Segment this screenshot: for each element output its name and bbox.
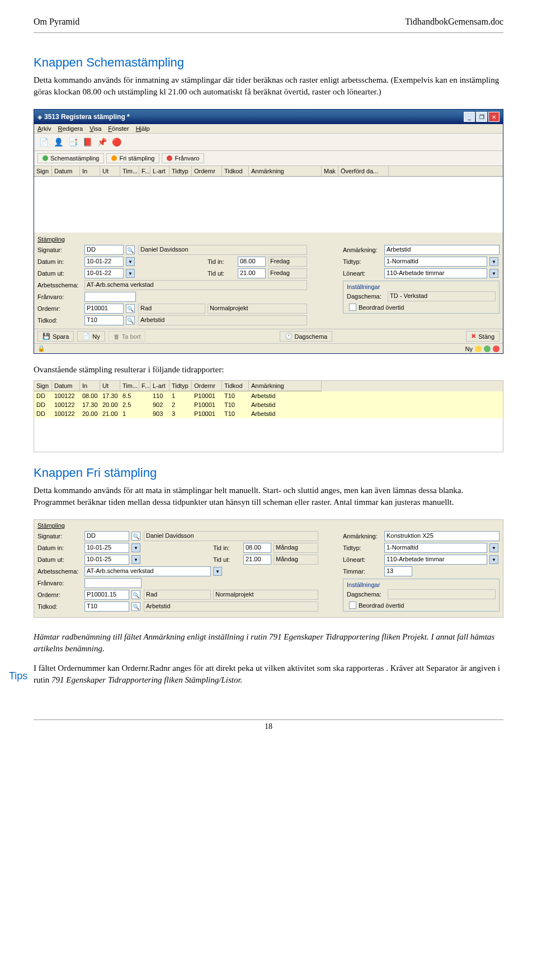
- p2-loneart-input[interactable]: 110-Arbetade timmar: [384, 555, 487, 565]
- p2-tidtyp-input[interactable]: 1-Normaltid: [384, 543, 487, 553]
- minimize-button[interactable]: _: [464, 112, 475, 122]
- schemastampling-button[interactable]: Schemastämpling: [37, 153, 104, 163]
- section2-title: Knappen Fri stämpling: [34, 466, 503, 480]
- menu-arkiv[interactable]: Arkiv: [37, 125, 51, 132]
- table-cell: DD: [34, 400, 52, 409]
- status-red-icon: [493, 345, 500, 352]
- beordrad-checkbox[interactable]: [349, 304, 356, 311]
- p2-franvaro-input[interactable]: [84, 578, 142, 588]
- tidkod-input[interactable]: T10: [84, 315, 124, 325]
- p2-ordernr-input[interactable]: P10001.15: [84, 590, 129, 600]
- datumut-dropdown[interactable]: ▼: [126, 269, 135, 278]
- p2-beordrad-checkbox[interactable]: [349, 602, 356, 609]
- p2-tidut-input[interactable]: 21.00: [243, 555, 271, 565]
- spara-button[interactable]: 💾Spara: [37, 331, 74, 342]
- p2-arbschema-dropdown[interactable]: ▼: [213, 567, 222, 576]
- p2-tidtyp-dropdown[interactable]: ▼: [489, 543, 498, 552]
- loneart-input[interactable]: 110-Arbetade timmar: [384, 268, 487, 278]
- note-text: Hämtar radbenämning till fältet Anmärkni…: [34, 631, 503, 655]
- tidut-input[interactable]: 21.00: [238, 268, 266, 278]
- col-mak[interactable]: Mak: [322, 166, 338, 176]
- table-cell: 100122: [52, 391, 80, 400]
- signatur-input[interactable]: DD: [84, 245, 124, 255]
- grid-body[interactable]: [34, 177, 503, 233]
- tool-record-icon[interactable]: 🔴: [110, 136, 123, 148]
- page-number: 18: [34, 719, 503, 731]
- col-ut[interactable]: Ut: [100, 166, 120, 176]
- p2-loneart-label: Löneart:: [343, 556, 382, 563]
- p2-tidkod-lookup[interactable]: 🔍: [131, 602, 140, 611]
- p2-datumut-label: Datum ut:: [37, 556, 82, 563]
- col-datum[interactable]: Datum: [52, 166, 80, 176]
- col-sign[interactable]: Sign: [34, 166, 52, 176]
- rpt-col-tidtyp: Tidtyp: [169, 381, 192, 391]
- datumut-input[interactable]: 10-01-22: [84, 268, 124, 278]
- p2-timmar-input[interactable]: 13: [384, 566, 412, 576]
- tidtyp-input[interactable]: 1-Normaltid: [384, 257, 487, 267]
- p2-datumut-input[interactable]: 10-01-25: [84, 555, 129, 565]
- table-cell: T10: [222, 409, 249, 418]
- p2-arbschema-input[interactable]: AT-Arb.schema verkstad: [84, 566, 211, 576]
- p2-signatur-lookup[interactable]: 🔍: [131, 532, 140, 541]
- menu-hjalp[interactable]: Hjälp: [136, 125, 150, 132]
- tool-user-icon[interactable]: 👤: [52, 136, 64, 148]
- p2-loneart-dropdown[interactable]: ▼: [489, 555, 498, 564]
- p2-ordernr-lookup[interactable]: 🔍: [131, 590, 140, 599]
- signatur-lookup[interactable]: 🔍: [126, 245, 135, 254]
- dagschema-button[interactable]: 🕐Dagschema: [280, 331, 333, 342]
- tidin-input[interactable]: 08.00: [238, 257, 266, 267]
- table-cell: 110: [150, 391, 169, 400]
- col-in[interactable]: In: [80, 166, 100, 176]
- datumin-input[interactable]: 10-01-22: [84, 257, 124, 267]
- stampling-legend: Stämpling: [37, 236, 500, 243]
- table-cell: 2: [169, 400, 192, 409]
- p2-anm-input[interactable]: Konstruktion X25: [384, 531, 500, 541]
- signatur-label: Signatur:: [37, 247, 82, 253]
- p2-datumut-dropdown[interactable]: ▼: [131, 555, 140, 564]
- p2-signatur-input[interactable]: DD: [84, 531, 129, 541]
- col-overford[interactable]: Överförd da...: [338, 166, 389, 176]
- col-lart[interactable]: L-art: [150, 166, 169, 176]
- register-stampling-window: ◈ 3513 Registera stämpling * _ ❐ ✕ Arkiv…: [34, 109, 503, 354]
- tool-copy-icon[interactable]: 📑: [67, 136, 79, 148]
- titlebar[interactable]: ◈ 3513 Registera stämpling * _ ❐ ✕: [34, 110, 503, 124]
- menu-visa[interactable]: Visa: [90, 125, 101, 132]
- tool-new-icon[interactable]: 📄: [37, 136, 50, 148]
- tidtyp-dropdown[interactable]: ▼: [489, 257, 498, 266]
- col-f[interactable]: F...: [139, 166, 150, 176]
- col-anmarkning[interactable]: Anmärkning: [249, 166, 322, 176]
- menu-redigera[interactable]: Redigera: [58, 125, 83, 132]
- tool-pin-icon[interactable]: 📌: [96, 136, 108, 148]
- report-intro: Ovanstående stämpling resulterar i följa…: [34, 364, 503, 376]
- datumin-dropdown[interactable]: ▼: [126, 257, 135, 266]
- stang-button[interactable]: ✖Stäng: [466, 331, 500, 342]
- table-cell: 8.5: [120, 391, 139, 400]
- franvaro-input[interactable]: [84, 292, 136, 302]
- rpt-col-ordernr: Ordernr: [192, 381, 222, 391]
- ordernr-input[interactable]: P10001: [84, 304, 124, 314]
- maximize-button[interactable]: ❐: [476, 112, 487, 122]
- anmarkning-input[interactable]: Arbetstid: [384, 245, 500, 255]
- panel2-legend: Stämpling: [37, 522, 500, 529]
- col-tim[interactable]: Tim...: [120, 166, 139, 176]
- p2-datumin-dropdown[interactable]: ▼: [131, 543, 140, 552]
- loneart-dropdown[interactable]: ▼: [489, 269, 498, 278]
- ordernr-lookup[interactable]: 🔍: [126, 304, 135, 313]
- col-tidtyp[interactable]: Tidtyp: [169, 166, 192, 176]
- franvaro-button[interactable]: Frånvaro: [162, 153, 204, 163]
- col-ordernr[interactable]: Ordernr: [192, 166, 222, 176]
- p2-dayname-ut: Måndag: [274, 555, 318, 565]
- p2-tidin-input[interactable]: 08.00: [243, 543, 271, 553]
- menu-fonster[interactable]: Fönster: [108, 125, 129, 132]
- ny-button[interactable]: 📄Ny: [77, 331, 105, 342]
- p2-datumin-input[interactable]: 10-01-25: [84, 543, 129, 553]
- tool-book-icon[interactable]: 📕: [81, 136, 93, 148]
- table-cell: 21.00: [100, 409, 120, 418]
- col-tidkod[interactable]: Tidkod: [222, 166, 249, 176]
- signatur-name: Daniel Davidsson: [138, 245, 307, 255]
- tidkod-lookup[interactable]: 🔍: [126, 316, 135, 325]
- p2-tidkod-input[interactable]: T10: [84, 602, 129, 612]
- close-button[interactable]: ✕: [488, 112, 500, 122]
- table-cell: Arbetstid: [249, 391, 322, 400]
- fristampling-button[interactable]: Fri stämpling: [106, 153, 159, 163]
